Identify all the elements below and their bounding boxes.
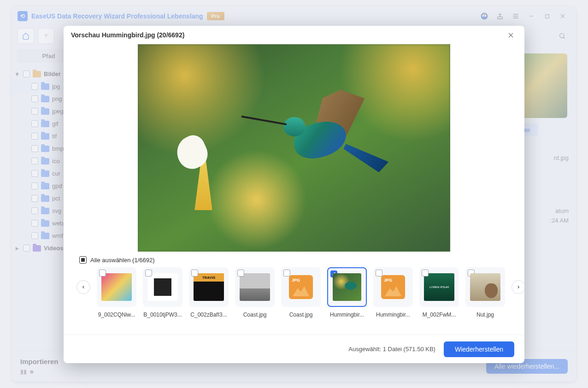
- next-button[interactable]: [512, 280, 524, 294]
- modal-footer: Ausgewählt: 1 Datei (571.50 KB) Wiederhe…: [64, 335, 524, 363]
- thumbnail-label: Coast.jpg: [243, 312, 267, 318]
- thumbnail-label: Hummingbir...: [330, 312, 364, 318]
- thumbnail-item[interactable]: Coast.jpg: [281, 267, 321, 318]
- thumbnail-checkbox[interactable]: [191, 270, 198, 276]
- select-all-checkbox[interactable]: [79, 256, 87, 264]
- thumbnail-label: B_0010tjPW3...: [143, 312, 182, 318]
- thumbnail-label: M_002FwM...: [423, 312, 456, 318]
- modal-body: Alle auswählen (1/6692) 9_002CQNiw...B_0…: [64, 44, 524, 335]
- thumbnails-row: 9_002CQNiw...B_0010tjPW3...TRAVISC_002zB…: [76, 267, 512, 318]
- select-all-row[interactable]: Alle auswählen (1/6692): [76, 252, 512, 267]
- thumbnail-checkbox[interactable]: [237, 270, 244, 276]
- thumbnail-label: Nut.jpg: [476, 312, 494, 318]
- thumbnail-checkbox[interactable]: [145, 270, 152, 276]
- prev-button[interactable]: [76, 280, 90, 294]
- restore-button[interactable]: Wiederherstellen: [444, 341, 514, 357]
- thumbnail-item[interactable]: LOREM IPSUMM_002FwM...: [419, 267, 459, 318]
- thumbnail-item[interactable]: TRAVISC_002zBafI3...: [189, 267, 229, 318]
- selection-status: Ausgewählt: 1 Datei (571.50 KB): [348, 346, 435, 353]
- modal-title: Vorschau Hummingbird.jpg (20/6692): [71, 31, 184, 39]
- thumbnail-item[interactable]: Nut.jpg: [465, 267, 505, 318]
- thumbnail-label: Hummingbir...: [376, 312, 410, 318]
- thumbnail-checkbox[interactable]: [283, 270, 290, 276]
- thumbnail-checkbox[interactable]: [422, 270, 429, 276]
- thumbnail-item[interactable]: Hummingbir...: [327, 267, 367, 318]
- thumbnail-label: C_002zBafI3...: [190, 312, 227, 318]
- thumbnail-checkbox[interactable]: [99, 270, 106, 276]
- preview-modal: Vorschau Hummingbird.jpg (20/6692) Alle …: [64, 26, 524, 363]
- thumbnail-item[interactable]: B_0010tjPW3...: [143, 267, 182, 318]
- thumbnail-item[interactable]: 9_002CQNiw...: [97, 267, 136, 318]
- thumbnail-item[interactable]: Coast.jpg: [235, 267, 275, 318]
- close-icon[interactable]: [504, 29, 517, 41]
- thumbnail-checkbox[interactable]: [376, 270, 382, 276]
- thumbnail-label: Coast.jpg: [289, 312, 313, 318]
- select-all-label: Alle auswählen (1/6692): [90, 257, 154, 264]
- preview-image: [138, 44, 450, 252]
- thumbnail-label: 9_002CQNiw...: [98, 312, 135, 318]
- thumbnail-item[interactable]: Hummingbir...: [373, 267, 413, 318]
- modal-header: Vorschau Hummingbird.jpg (20/6692): [64, 26, 524, 44]
